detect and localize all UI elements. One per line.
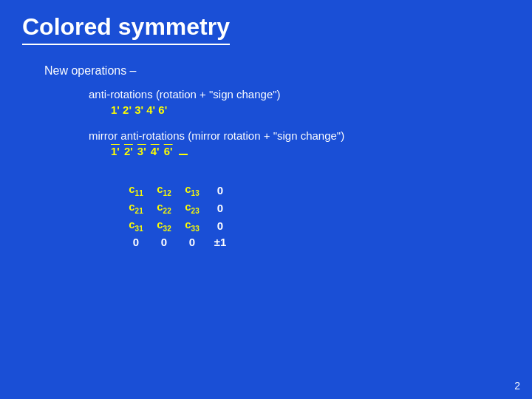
cell-c23: c23 (182, 200, 202, 215)
page-title: Colored symmetry (22, 13, 230, 45)
matrix-table: c11 c12 c13 0 c21 c22 c23 0 c31 c32 (118, 180, 238, 251)
mirror-values: 1' 2' 3' 4' 6' (89, 145, 510, 157)
cell-r4-0c: 0 (182, 236, 202, 248)
page-container: Colored symmetry New operations – anti-r… (0, 0, 532, 399)
matrix-row-3: c31 c32 c33 0 (126, 218, 231, 233)
mirror-rotations-title: mirror anti-rotations (mirror rotation +… (89, 129, 510, 142)
mirror-val-3a: 3' (137, 145, 146, 157)
matrix-row-2: c21 c22 c23 0 (126, 200, 231, 215)
cell-c21: c21 (126, 200, 146, 215)
anti-rotations-section: anti-rotations (rotation + "sign change"… (89, 88, 510, 116)
mirror-rotations-section: mirror anti-rotations (mirror rotation +… (89, 129, 510, 157)
cell-c11: c11 (126, 183, 146, 197)
matrix-row-1: c11 c12 c13 0 (126, 183, 231, 197)
new-operations-label: New operations – (44, 64, 510, 78)
cell-c22: c22 (154, 200, 174, 215)
mirror-val-2: 2' (124, 145, 133, 157)
cell-c32: c32 (154, 218, 174, 233)
rotation-values: 1' 2' 3' 4' 6' (89, 103, 510, 116)
matrix-section: c11 c12 c13 0 c21 c22 c23 0 c31 c32 (118, 180, 510, 251)
mirror-val-1: 1' (111, 145, 120, 157)
mirror-val-3b: 4' (151, 145, 160, 157)
content-area: New operations – anti-rotations (rotatio… (22, 64, 510, 251)
cell-c13: c13 (182, 183, 202, 197)
cell-r4-0b: 0 (154, 236, 174, 248)
matrix-row-4: 0 0 0 ±1 (126, 236, 231, 248)
cell-r4-0a: 0 (126, 236, 146, 248)
cell-r3-0: 0 (210, 218, 231, 233)
anti-rotations-title: anti-rotations (rotation + "sign change"… (89, 88, 510, 100)
cell-c33: c33 (182, 218, 202, 233)
title-section: Colored symmetry (22, 13, 510, 57)
page-number: 2 (514, 380, 520, 392)
cell-r2-0: 0 (210, 200, 231, 215)
cell-pm1: ±1 (210, 236, 231, 248)
mirror-val-4: 6' (164, 145, 173, 157)
cell-c12: c12 (154, 183, 174, 197)
cell-c31: c31 (126, 218, 146, 233)
dash-icon (179, 154, 188, 155)
cell-r1-0: 0 (210, 183, 231, 197)
